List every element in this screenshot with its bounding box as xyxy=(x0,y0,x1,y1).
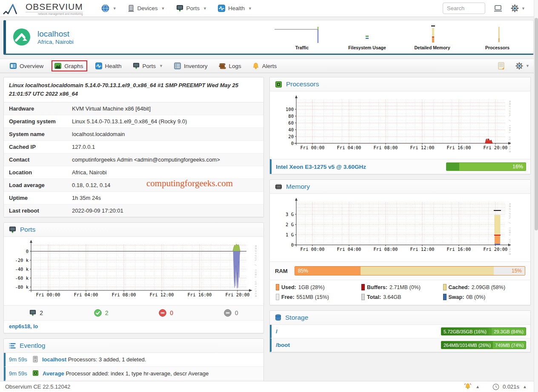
processor-icon xyxy=(275,81,282,88)
mountpoint-link[interactable]: / xyxy=(276,328,278,335)
storage-icon xyxy=(275,314,281,321)
processor-icon xyxy=(32,370,39,376)
svg-text:0: 0 xyxy=(291,242,294,247)
svg-text:RRDTOOL / TOBI OETIKER: RRDTOOL / TOBI OETIKER xyxy=(254,245,257,298)
chevron-up-icon[interactable]: ▲ xyxy=(523,384,527,389)
memory-legend: Used:1GB (28%) Buffers:2.71MB (0%) Cache… xyxy=(270,280,530,305)
chevron-up-icon[interactable]: ▲ xyxy=(475,384,480,389)
search-input[interactable] xyxy=(443,3,485,14)
svg-text:Fri 08:00: Fri 08:00 xyxy=(374,247,398,252)
event-link[interactable]: Average xyxy=(43,370,64,377)
tab-logs-label: Logs xyxy=(229,63,241,69)
brand-tagline: network management and monitoring xyxy=(26,12,83,15)
svg-text:2 G: 2 G xyxy=(286,222,294,227)
global-menu[interactable]: ▼ xyxy=(96,0,122,17)
storage-free-label: 749MB (74%) xyxy=(493,341,526,349)
alert-bell-icon[interactable] xyxy=(464,383,472,390)
processors-usage-graph[interactable]: 100806040200Fri 00:00Fri 04:00Fri 08:00F… xyxy=(270,91,530,159)
gear-icon[interactable] xyxy=(511,4,519,12)
display-icon[interactable] xyxy=(494,5,502,12)
chevron-down-icon[interactable]: ▼ xyxy=(526,64,529,68)
notes-icon[interactable] xyxy=(498,62,504,70)
mountpoint-link[interactable]: /boot xyxy=(276,342,290,348)
gear-icon[interactable] xyxy=(515,62,523,70)
tab-inventory[interactable]: Inventory xyxy=(169,59,213,73)
tab-ports-label: Ports xyxy=(143,63,156,69)
processors-panel: Processors 100806040200Fri 00:00Fri 04:0… xyxy=(269,77,531,174)
processors-panel-title: Processors xyxy=(286,80,319,88)
storage-usage-bar[interactable]: 264MB/1014MB (26%) 749MB (74%) xyxy=(441,341,526,349)
nav-ports[interactable]: Ports ▼ xyxy=(171,0,212,17)
cpu-usage-row: Intel Xeon E3-1275 v5 @ 3.60GHz 16% xyxy=(270,159,530,174)
tab-alerts-label: Alerts xyxy=(262,63,277,69)
minigraph-label: Processors xyxy=(465,45,530,50)
ram-cached-segment xyxy=(361,267,494,275)
svg-text:0: 0 xyxy=(26,249,29,254)
device-header: localhost Africa, Nairobi Traffic Filesy… xyxy=(3,20,534,55)
chevron-down-icon: ▼ xyxy=(161,6,165,11)
legend-item: Cached:2.09GB (58%) xyxy=(443,284,524,290)
cpu-name-link[interactable]: Intel Xeon E3-1275 v5 @ 3.60GHz xyxy=(276,164,366,170)
ports-down-count[interactable]: 0 xyxy=(134,309,199,317)
minigraph-processors[interactable]: Processors xyxy=(465,24,530,50)
legend-item: Buffers:2.71MB (0%) xyxy=(361,284,443,290)
minigraph-traffic[interactable]: Traffic xyxy=(269,24,335,50)
minigraph-filesystem[interactable]: Filesystem Usage xyxy=(335,24,400,50)
table-row: Uptime1h 35m 24s xyxy=(4,192,263,205)
svg-text:Fri 12:00: Fri 12:00 xyxy=(410,145,435,150)
interface-links[interactable]: enp6s18, lo xyxy=(4,320,263,333)
nav-devices[interactable]: Devices ▼ xyxy=(122,0,171,17)
minigraph-memory[interactable]: Detailed Memory xyxy=(400,24,465,50)
nav-health[interactable]: Health ▼ xyxy=(212,0,258,17)
svg-text:Fri 16:00: Fri 16:00 xyxy=(188,292,212,297)
svg-text:Fri 16:00: Fri 16:00 xyxy=(447,247,471,252)
page-scrollbar[interactable] xyxy=(534,0,538,392)
legend-swatch xyxy=(361,294,365,300)
ports-traffic-graph[interactable]: 0-20 k-40 k-60 k-80 kFri 00:00Fri 04:00F… xyxy=(4,237,263,305)
overview-icon xyxy=(10,62,17,69)
ports-icon xyxy=(29,310,36,316)
svg-text:-60 k: -60 k xyxy=(15,276,29,281)
legend-item: Free:551MB (15%) xyxy=(276,294,361,300)
filesystem-minigraph-plot xyxy=(335,24,399,45)
tab-ports[interactable]: Ports ▼ xyxy=(127,59,169,73)
eventlog-icon xyxy=(9,343,16,349)
svg-text:RRDTOOL / TOBI OETIKER: RRDTOOL / TOBI OETIKER xyxy=(508,101,511,153)
svg-text:-80 k: -80 k xyxy=(15,284,29,290)
table-row: System namelocalhost.localdomain xyxy=(4,128,263,141)
event-message: localhost Processors: 3 added, 1 deleted… xyxy=(42,355,146,364)
svg-text:0: 0 xyxy=(291,141,294,146)
memory-chip-icon xyxy=(275,184,282,190)
storage-usage-bar[interactable]: 5.72GB/35GB (16%) 29.3GB (84%) xyxy=(441,327,526,335)
scrollbar-thumb[interactable] xyxy=(535,18,538,230)
svg-text:3 G: 3 G xyxy=(286,212,294,217)
device-hostname[interactable]: localhost xyxy=(37,29,74,39)
ports-disabled-count[interactable]: 0 xyxy=(199,309,264,317)
tab-alerts[interactable]: Alerts xyxy=(247,59,283,73)
memory-usage-graph[interactable]: 3 G2 G1 G0Fri 00:00Fri 04:00Fri 08:00Fri… xyxy=(270,194,530,261)
table-row: Cached IP127.0.0.1 xyxy=(4,141,263,153)
ports-up-count[interactable]: 2 xyxy=(69,309,134,317)
cpu-usage-bar[interactable]: 16% xyxy=(446,162,526,171)
legend-swatch xyxy=(443,294,446,300)
tab-logs[interactable]: Logs xyxy=(213,59,247,73)
event-link[interactable]: localhost xyxy=(42,356,66,363)
minus-circle-red-icon xyxy=(159,309,166,317)
tab-graphs[interactable]: Graphs xyxy=(49,59,89,73)
ram-used-segment: 85% xyxy=(295,267,361,275)
table-row: Load average0.18, 0.12, 0.14 xyxy=(4,179,263,192)
legend-swatch xyxy=(276,294,279,300)
chevron-down-icon[interactable]: ▼ xyxy=(521,6,525,11)
svg-text:Fri 00:00: Fri 00:00 xyxy=(300,145,325,150)
clock-icon xyxy=(492,383,499,390)
nav-health-label: Health xyxy=(228,5,245,11)
ram-usage-bar[interactable]: 85% 15% xyxy=(295,266,525,276)
tab-overview[interactable]: Overview xyxy=(4,59,49,73)
tab-health[interactable]: Health xyxy=(90,59,127,73)
header-minigraphs: Traffic Filesystem Usage Detailed Memory xyxy=(269,24,530,50)
system-info-table: HardwareKVM Virtual Machine x86 [64bit] … xyxy=(4,102,263,217)
observium-logo[interactable]: OBSERVIUM network management and monitor… xyxy=(3,1,83,16)
table-row: Contactcomputinforgeeks Admin <admin@com… xyxy=(4,153,263,166)
ports-total-count[interactable]: 2 xyxy=(4,309,69,317)
device-location[interactable]: Africa, Nairobi xyxy=(37,39,74,45)
